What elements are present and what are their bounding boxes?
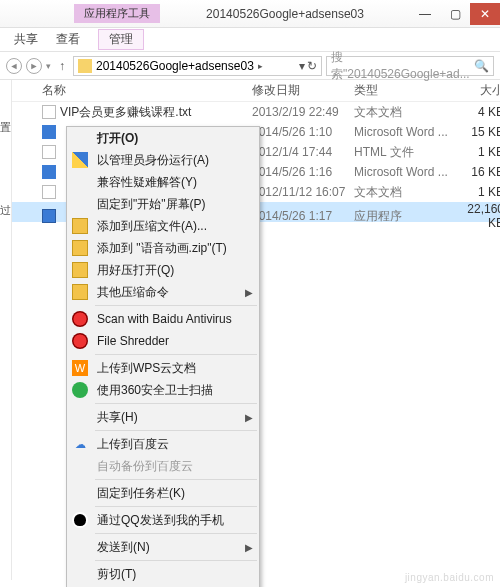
archive-icon [72, 262, 88, 278]
ctx-send-to[interactable]: 发送到(N)▶ [67, 536, 259, 558]
separator [95, 506, 257, 507]
side-glyph-a: 置 [0, 120, 11, 135]
address-bar: ◄ ► ▾ ↑ 20140526Google+adsense03 ▸ ▾ ↻ 搜… [0, 52, 500, 80]
chevron-right-icon: ▶ [245, 412, 253, 423]
antivirus-icon [72, 311, 88, 327]
qq-icon [72, 512, 88, 528]
shredder-icon [72, 333, 88, 349]
close-button[interactable]: ✕ [470, 3, 500, 25]
col-type[interactable]: 类型 [354, 82, 452, 99]
ctx-share[interactable]: 共享(H)▶ [67, 406, 259, 428]
ctx-open-haozip[interactable]: 用好压打开(Q) [67, 259, 259, 281]
ribbon-tab-share[interactable]: 共享 [14, 31, 38, 48]
ctx-scan-baidu-av[interactable]: Scan with Baidu Antivirus [67, 308, 259, 330]
back-button[interactable]: ◄ [6, 58, 22, 74]
ctx-baidu-auto: 自动备份到百度云 [67, 455, 259, 477]
up-button[interactable]: ↑ [55, 59, 69, 73]
ctx-file-shredder[interactable]: File Shredder [67, 330, 259, 352]
breadcrumb-text: 20140526Google+adsense03 [96, 59, 254, 73]
refresh-button[interactable]: ↻ [307, 59, 317, 73]
ctx-pin-taskbar[interactable]: 固定到任务栏(K) [67, 482, 259, 504]
nav-pane-edge: 置 过 [0, 80, 12, 580]
separator [95, 560, 257, 561]
path-dropdown-icon[interactable]: ▾ [299, 59, 305, 73]
separator [95, 533, 257, 534]
file-icon [42, 105, 56, 119]
chevron-right-icon: ▸ [258, 61, 263, 71]
file-icon [42, 165, 56, 179]
context-menu: 打开(O) 以管理员身份运行(A) 兼容性疑难解答(Y) 固定到"开始"屏幕(P… [66, 126, 260, 587]
search-icon: 🔍 [474, 59, 489, 73]
separator [95, 354, 257, 355]
breadcrumb[interactable]: 20140526Google+adsense03 ▸ ▾ ↻ [73, 56, 322, 76]
separator [95, 430, 257, 431]
ctx-add-archive[interactable]: 添加到压缩文件(A)... [67, 215, 259, 237]
archive-icon [72, 218, 88, 234]
ctx-open[interactable]: 打开(O) [67, 127, 259, 149]
file-icon [42, 125, 56, 139]
window-title: 20140526Google+adsense03 [160, 7, 410, 21]
file-row[interactable]: VIP会员更多赚钱课程.txt2013/2/19 22:49文本文档4 KB [12, 102, 500, 122]
ctx-troubleshoot[interactable]: 兼容性疑难解答(Y) [67, 171, 259, 193]
ctx-scan-360[interactable]: 使用360安全卫士扫描 [67, 379, 259, 401]
archive-icon [72, 284, 88, 300]
ctx-baidu-cloud[interactable]: ☁上传到百度云 [67, 433, 259, 455]
file-icon [42, 185, 56, 199]
ribbon-tab-manage[interactable]: 管理 [98, 29, 144, 50]
ctx-add-named-zip[interactable]: 添加到 "语音动画.zip"(T) [67, 237, 259, 259]
search-input[interactable]: 搜索"20140526Google+ad... 🔍 [326, 56, 494, 76]
minimize-button[interactable]: — [410, 3, 440, 25]
ctx-pin-start[interactable]: 固定到"开始"屏幕(P) [67, 193, 259, 215]
ctx-cut[interactable]: 剪切(T) [67, 563, 259, 585]
archive-icon [72, 240, 88, 256]
ctx-run-as-admin[interactable]: 以管理员身份运行(A) [67, 149, 259, 171]
col-date[interactable]: 修改日期 [252, 82, 354, 99]
ctx-upload-wps[interactable]: W上传到WPS云文档 [67, 357, 259, 379]
column-headers: 名称 修改日期 类型 大小 [12, 80, 500, 102]
history-dropdown[interactable]: ▾ [46, 61, 51, 71]
wps-icon: W [72, 360, 88, 376]
file-icon [42, 145, 56, 159]
separator [95, 479, 257, 480]
ctx-send-qq[interactable]: 通过QQ发送到我的手机 [67, 509, 259, 531]
360-icon [72, 382, 88, 398]
chevron-right-icon: ▶ [245, 542, 253, 553]
side-glyph-b: 过 [0, 203, 11, 218]
cloud-icon: ☁ [72, 436, 88, 452]
chevron-right-icon: ▶ [245, 287, 253, 298]
folder-icon [78, 59, 92, 73]
separator [95, 403, 257, 404]
forward-button[interactable]: ► [26, 58, 42, 74]
shield-icon [72, 152, 88, 168]
contextual-tab: 应用程序工具 [74, 4, 160, 23]
ribbon-tab-view[interactable]: 查看 [56, 31, 80, 48]
separator [95, 305, 257, 306]
col-name[interactable]: 名称 [42, 82, 252, 99]
maximize-button[interactable]: ▢ [440, 3, 470, 25]
title-bar: 应用程序工具 20140526Google+adsense03 — ▢ ✕ [0, 0, 500, 28]
ctx-other-zip[interactable]: 其他压缩命令▶ [67, 281, 259, 303]
search-placeholder: 搜索"20140526Google+ad... [331, 49, 474, 83]
col-size[interactable]: 大小 [452, 82, 500, 99]
file-icon [42, 209, 56, 223]
